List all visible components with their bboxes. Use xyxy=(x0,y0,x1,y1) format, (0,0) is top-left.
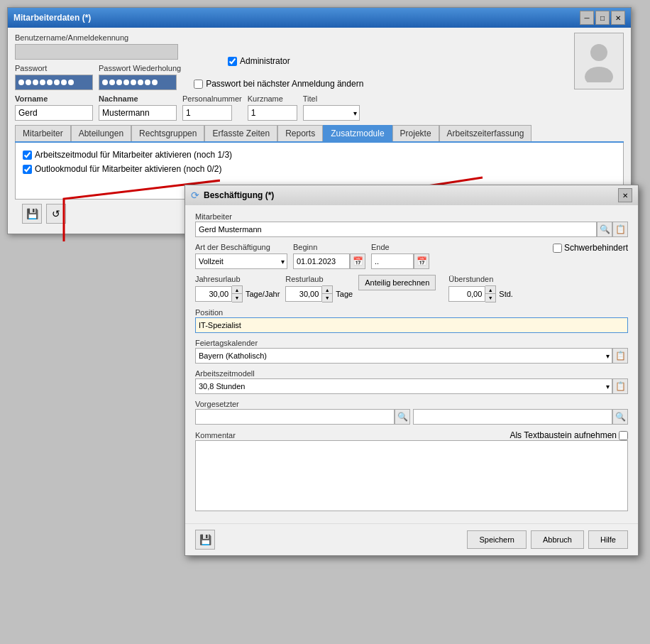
mitarbeiter-label: Mitarbeiter xyxy=(195,212,628,221)
vorgesetzter-inputs: 🔍 🔍 xyxy=(195,409,628,425)
vorgesetzter-section: Vorgesetzter 🔍 🔍 xyxy=(195,400,628,425)
hilfe-button[interactable]: Hilfe xyxy=(588,530,628,549)
anteilig-section: Anteilig berechnen xyxy=(358,275,436,290)
feiertagskalender-select[interactable]: Bayern (Katholisch) xyxy=(195,348,612,364)
sub-dialog-footer: 💾 Speichern Abbruch Hilfe xyxy=(185,523,638,555)
feiertagskalender-edit-button[interactable]: 📋 xyxy=(612,348,628,364)
resturlaub-down-button[interactable]: ▼ xyxy=(322,294,332,302)
anteilig-button[interactable]: Anteilig berechnen xyxy=(358,275,436,290)
arbeitszeitmodell-select[interactable]: 30,8 Stunden xyxy=(195,378,612,394)
jahresurlaub-up-button[interactable]: ▲ xyxy=(232,286,242,294)
module1-row: Arbeitszeitmodul für Mitarbeiter aktivie… xyxy=(23,150,616,160)
beginn-calendar-button[interactable]: 📅 xyxy=(350,253,365,269)
avatar xyxy=(574,33,624,89)
schwerbehindert-checkbox[interactable] xyxy=(553,244,562,253)
art-select[interactable]: Vollzeit Teilzeit xyxy=(195,253,287,269)
beginn-input-wrapper: 📅 xyxy=(293,253,365,269)
vorname-input[interactable] xyxy=(15,105,93,121)
kommentar-header: Kommentar Als Textbaustein aufnehmen xyxy=(195,430,628,440)
administrator-section: Administrator xyxy=(228,56,290,66)
module2-checkbox[interactable] xyxy=(23,165,32,174)
resturlaub-spinner-btns: ▲ ▼ xyxy=(322,285,333,302)
refresh-button[interactable]: ↺ xyxy=(46,204,66,224)
titel-label: Titel xyxy=(303,94,360,103)
sub-dialog-save-icon-button[interactable]: 💾 xyxy=(195,530,215,550)
resturlaub-input[interactable] xyxy=(285,286,322,302)
save-button[interactable]: 💾 xyxy=(22,204,42,224)
ende-calendar-button[interactable]: 📅 xyxy=(414,253,429,269)
kommentar-section: Kommentar Als Textbaustein aufnehmen xyxy=(195,430,628,513)
vorgesetzter-primary-search-button[interactable]: 🔍 xyxy=(395,409,410,425)
jahresurlaub-down-button[interactable]: ▼ xyxy=(232,294,242,302)
mitarbeiter-section: Mitarbeiter 🔍 📋 xyxy=(195,212,628,237)
titel-col: Titel Dr. Prof. xyxy=(303,94,360,121)
tab-abteilungen[interactable]: Abteilungen xyxy=(71,125,131,141)
feiertagskalender-label: Feiertagskalender xyxy=(195,339,628,347)
ueberstunden-up-button[interactable]: ▲ xyxy=(485,286,495,294)
schwerbehindert-label: Schwerbehindert xyxy=(564,243,628,253)
resturlaub-up-button[interactable]: ▲ xyxy=(322,286,332,294)
mitarbeiter-search-button[interactable]: 🔍 xyxy=(597,222,612,237)
mitarbeiter-input[interactable] xyxy=(195,222,597,237)
arbeitszeitmodell-edit-button[interactable]: 📋 xyxy=(612,378,628,394)
password-field[interactable] xyxy=(15,75,93,90)
ende-label: Ende xyxy=(371,243,429,251)
titel-select[interactable]: Dr. Prof. xyxy=(303,105,360,121)
position-input[interactable] xyxy=(195,317,628,333)
password-repeat-field[interactable] xyxy=(99,75,177,90)
arbeitszeitmodell-select-wrapper: 30,8 Stunden xyxy=(195,378,612,394)
als-textbaustein-label: Als Textbaustein aufnehmen xyxy=(509,430,617,440)
jahresurlaub-spinner-btns: ▲ ▼ xyxy=(232,285,243,302)
tab-erfasste-zeiten[interactable]: Erfasste Zeiten xyxy=(204,125,277,141)
maximize-button[interactable]: □ xyxy=(595,11,610,25)
sub-dialog-close-button[interactable]: ✕ xyxy=(618,188,632,202)
tab-rechtsgruppen[interactable]: Rechtsgruppen xyxy=(131,125,204,141)
abbruch-button[interactable]: Abbruch xyxy=(531,530,584,549)
password-col: Passwort xyxy=(15,64,93,90)
close-button[interactable]: ✕ xyxy=(611,11,625,25)
ueberstunden-spinner-btns: ▲ ▼ xyxy=(485,285,496,302)
speichern-button[interactable]: Speichern xyxy=(467,530,527,549)
resturlaub-col: Resturlaub ▲ ▼ Tage xyxy=(285,275,353,302)
tab-reports[interactable]: Reports xyxy=(277,125,323,141)
vorgesetzter-secondary-input[interactable] xyxy=(413,409,612,425)
jahresurlaub-input[interactable] xyxy=(195,286,232,302)
tab-zusatzmodule[interactable]: Zusatzmodule xyxy=(323,125,392,141)
ueberstunden-input[interactable] xyxy=(448,286,485,302)
beginn-input[interactable] xyxy=(293,253,350,269)
kommentar-label: Kommentar xyxy=(195,431,236,440)
main-window-title: Mitarbeiterdaten (*) xyxy=(13,13,91,23)
resturlaub-spinner: ▲ ▼ Tage xyxy=(285,285,353,302)
change-password-checkbox[interactable] xyxy=(194,80,203,89)
vorgesetzter-secondary-search-button[interactable]: 🔍 xyxy=(612,409,628,425)
jahresurlaub-spinner: ▲ ▼ Tage/Jahr xyxy=(195,285,280,302)
ueberstunden-col: Überstunden ▲ ▼ Std. xyxy=(448,275,513,302)
nachname-col: Nachname xyxy=(99,94,177,121)
sub-dialog-title: Beschäftigung (*) xyxy=(204,190,274,200)
module1-checkbox[interactable] xyxy=(23,151,32,160)
footer-left: 💾 xyxy=(195,530,215,550)
art-col: Art der Beschäftigung Vollzeit Teilzeit xyxy=(195,243,287,269)
mitarbeiter-edit-button[interactable]: 📋 xyxy=(612,222,628,237)
sub-dialog-beschaeftigung: ⟳ Beschäftigung (*) ✕ Mitarbeiter 🔍 📋 Ar… xyxy=(184,185,639,556)
minimize-button[interactable]: ─ xyxy=(580,11,594,25)
vorgesetzter-label: Vorgesetzter xyxy=(195,400,628,408)
administrator-checkbox[interactable] xyxy=(228,57,237,66)
tab-mitarbeiter[interactable]: Mitarbeiter xyxy=(15,125,71,141)
nachname-input[interactable] xyxy=(99,105,177,121)
vorgesetzter-primary-input[interactable] xyxy=(195,409,395,425)
ueberstunden-down-button[interactable]: ▼ xyxy=(485,294,495,302)
username-input[interactable] xyxy=(15,44,178,60)
ende-input[interactable] xyxy=(371,253,414,269)
nachname-label: Nachname xyxy=(99,94,177,103)
tab-projekte[interactable]: Projekte xyxy=(392,125,439,141)
kurzname-input[interactable] xyxy=(248,105,297,121)
tab-arbeitszeiterfassung[interactable]: Arbeitszeiterfassung xyxy=(439,125,532,141)
svg-point-0 xyxy=(590,44,607,61)
username-section: Benutzername/Anmeldekennung xyxy=(15,33,624,60)
als-textbaustein-checkbox[interactable] xyxy=(619,431,628,440)
jahresurlaub-unit: Tage/Jahr xyxy=(246,290,280,298)
personalnummer-input[interactable] xyxy=(182,105,232,121)
art-beginn-ende-row: Art der Beschäftigung Vollzeit Teilzeit … xyxy=(195,243,628,269)
kommentar-textarea[interactable] xyxy=(195,440,628,511)
